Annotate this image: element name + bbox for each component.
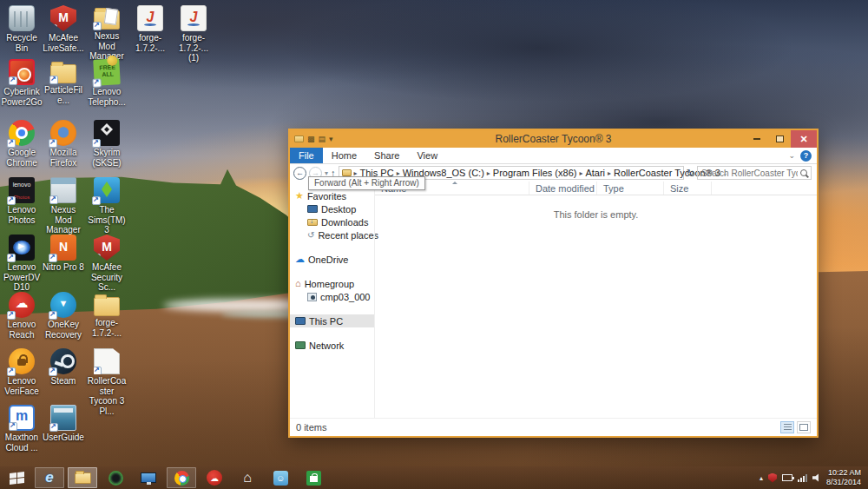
desktop-icon-label: ParticleFile... [43,85,84,105]
desktop-icon-cyberlink-power2go[interactable]: Cyberlink Power2Go [1,59,43,107]
column-header-type[interactable]: Type [597,182,664,195]
desktop-icon-nexus-mod-manager[interactable]: Nexus Mod Manager [43,177,84,235]
desktop-icon-forge-jar[interactable]: forge-1.7.2-... [129,5,171,53]
taskbar-item-messaging[interactable]: ☺ [266,467,295,488]
desktop-icon-lenovo-reach[interactable]: Lenovo Reach [1,292,43,340]
nav-item-recent-places[interactable]: ↺Recent places [290,228,374,241]
ribbon-tabs: File Home Share View ⌄ ? [290,148,817,164]
desktop-icon-rct3-file[interactable]: RollerCoaster Tycoon 3 Pl... [86,348,128,416]
desktop-icon-onekey-recovery[interactable]: OneKey Recovery [43,292,84,340]
nav-item-onedrive[interactable]: ☁OneDrive [290,253,374,266]
refresh-icon[interactable]: ↻ [687,168,694,179]
desktop-icon-userguide[interactable]: UserGuide [43,405,84,443]
shortcut-arrow-icon [92,254,101,262]
shortcut-arrow-icon [92,78,102,88]
taskbar-item-display-settings[interactable] [134,467,163,488]
desktop-icon-skyrim-skse[interactable]: Skyrim (SKSE) [86,120,128,168]
desktop-icon-label: Recycle Bin [1,33,43,53]
empty-folder-message: This folder is empty. [375,209,817,220]
taskbar-item-windows-store[interactable] [299,467,328,488]
taskbar-item-home[interactable]: ⌂ [233,467,262,488]
nav-item-this-pc[interactable]: This PC [290,314,374,327]
back-button[interactable]: ← [293,167,306,180]
nav-label: cmp03_000 [320,292,371,302]
search-icon[interactable] [800,169,807,176]
nav-item-user[interactable]: cmp03_000 [290,290,374,303]
nav-label: Recent places [318,230,378,241]
close-button[interactable]: ✕ [791,130,817,148]
desktop-icon-forge-jar-1[interactable]: forge-1.7.2-... (1) [173,5,214,63]
tab-share[interactable]: Share [365,148,408,163]
power-icon[interactable] [782,474,792,481]
title-bar[interactable]: ▩ ▤ ▾ RollerCoaster Tycoon® 3 ✕ [290,130,817,148]
details-view-button[interactable] [780,421,794,433]
help-icon[interactable]: ? [800,150,812,162]
taskbar-item-internet-explorer[interactable]: e [35,467,64,488]
taskbar-item-lenovo-reach[interactable]: ☁ [200,467,229,488]
network-signal-icon[interactable] [798,474,807,482]
search-input[interactable] [701,169,798,178]
nav-item-downloads[interactable]: Downloads [290,215,374,228]
shortcut-arrow-icon [49,254,57,262]
desktop-icon-lenovo-veriface[interactable]: Lenovo VeriFace [1,348,43,396]
nav-item-network[interactable]: Network [290,339,374,352]
taskbar-item-file-explorer[interactable] [68,467,97,488]
minimize-button[interactable] [746,130,768,148]
desktop-icon-forge-folder[interactable]: forge-1.7.2-... [86,292,128,338]
maxthon-icon [9,405,35,431]
desktop-icon-google-chrome[interactable]: Google Chrome [1,120,43,168]
desktop-icon-mcafee-livesafe[interactable]: McAfee LiveSafe... [43,5,84,53]
large-icons-view-icon [799,424,808,431]
start-button[interactable] [0,466,33,489]
desktop-icon-steam[interactable]: Steam [43,348,84,387]
taskbar-clock[interactable]: 10:22 AM 8/31/2014 [826,468,861,488]
onekey-recovery-icon [50,292,76,318]
windows-logo-icon [10,472,24,485]
nav-item-favorites[interactable]: ★Favorites [290,189,374,202]
desktop-icon-nitro-pro-8[interactable]: Nitro Pro 8 [43,235,84,273]
nav-item-desktop[interactable]: Desktop [290,202,374,215]
downloads-folder-icon [307,219,318,226]
recent-places-icon: ↺ [307,231,314,240]
breadcrumb-atari[interactable]: Atari [585,168,605,178]
breadcrumb-separator-icon: ▸ [607,169,612,177]
desktop-icon-mozilla-firefox[interactable]: Mozilla Firefox [43,120,84,168]
desktop-icon-mcafee-security[interactable]: McAfee Security Sc... [86,235,128,293]
maximize-button[interactable] [768,130,791,148]
shortcut-arrow-icon [93,22,102,30]
desktop-icon-lenovo-telephony[interactable]: Lenovo Telepho... [86,59,128,107]
breadcrumb-program-files[interactable]: Program Files (x86) [493,168,577,178]
column-header-size[interactable]: Size [664,182,712,195]
shortcut-arrow-icon [49,139,57,148]
desktop-icon-label: Steam [43,376,84,387]
search-box[interactable] [697,166,812,180]
tray-overflow-icon[interactable]: ▴ [760,474,763,482]
desktop-icon-particle-folder[interactable]: ParticleFile... [43,59,84,105]
volume-icon[interactable] [812,473,821,482]
column-header-date-modified[interactable]: Date modified [529,182,597,195]
mcafee-tray-icon[interactable] [768,473,777,483]
taskbar-item-lenovo-app[interactable] [101,467,130,488]
tab-view[interactable]: View [408,148,446,163]
ribbon-expand-chevron-icon[interactable]: ⌄ [788,151,795,160]
large-icons-view-button[interactable] [797,421,811,433]
tab-file[interactable]: File [290,148,323,163]
userguide-icon [50,405,76,431]
desktop-icon-sims3[interactable]: The Sims(TM) 3 [86,177,128,235]
mcafee-shield-icon [50,5,76,31]
shortcut-arrow-icon [7,196,16,205]
tab-home[interactable]: Home [323,148,365,163]
desktop-icon-maxthon[interactable]: Maxthon Cloud ... [1,405,43,453]
skyrim-icon [94,120,120,146]
shortcut-arrow-icon [7,367,16,376]
nav-item-homegroup[interactable]: ⌂Homegroup [290,277,374,290]
cyberlink-icon [9,59,35,85]
desktop-icon-lenovo-photos[interactable]: Lenovo Photos [1,177,43,225]
nav-label: Homegroup [305,279,354,289]
desktop-icon-recycle-bin[interactable]: Recycle Bin [1,5,43,53]
folder-icon [94,297,120,316]
desktop-icon-nexus-mod-manager-folder[interactable]: Nexus Mod Manager [86,5,128,62]
shortcut-arrow-icon [92,139,101,148]
desktop-icon-lenovo-powerdvd10[interactable]: Lenovo PowerDVD10 [1,235,43,293]
taskbar-item-chrome[interactable] [167,467,196,488]
